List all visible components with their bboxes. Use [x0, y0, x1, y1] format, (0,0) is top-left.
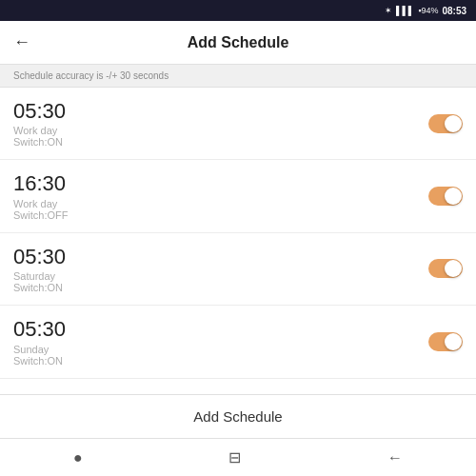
schedule-time-0: 05:30	[13, 99, 428, 124]
schedule-item[interactable]: 05:30 Sunday Switch:ON	[0, 306, 476, 378]
recent-nav-icon[interactable]: ⊟	[228, 448, 241, 466]
schedule-day-2: Saturday	[13, 270, 428, 282]
schedule-info-0: 05:30 Work day Switch:ON	[13, 99, 428, 148]
status-bar: ✶ ▌▌▌ ▪94% 08:53	[0, 0, 476, 21]
schedule-item[interactable]: 07:58 Sunday Switch:OFF	[0, 379, 476, 394]
bluetooth-icon: ✶	[385, 6, 392, 15]
schedule-item[interactable]: 05:30 Saturday Switch:ON	[0, 233, 476, 306]
add-schedule-button[interactable]: Add Schedule	[0, 394, 476, 438]
phone-container: ✶ ▌▌▌ ▪94% 08:53 ← Add Schedule Schedule…	[0, 0, 476, 476]
schedule-time-1: 16:30	[13, 171, 428, 196]
page-title: Add Schedule	[42, 34, 434, 51]
schedule-info-3: 05:30 Sunday Switch:ON	[13, 317, 428, 366]
toggle-knob-2	[445, 260, 462, 277]
bottom-nav: ● ⊟ ←	[0, 438, 476, 476]
top-bar: ← Add Schedule	[0, 21, 476, 65]
schedule-item[interactable]: 05:30 Work day Switch:ON	[0, 88, 476, 160]
schedule-day-1: Work day	[13, 198, 428, 209]
schedule-switch-label-0: Switch:ON	[13, 136, 428, 148]
toggle-knob-0	[445, 115, 462, 132]
status-time: 08:53	[442, 6, 466, 16]
battery-icon: ▪94%	[418, 6, 438, 15]
toggle-1[interactable]	[428, 187, 463, 206]
schedule-day-0: Work day	[13, 125, 428, 136]
schedule-item[interactable]: 16:30 Work day Switch:OFF	[0, 160, 476, 232]
toggle-3[interactable]	[428, 332, 463, 351]
home-nav-icon[interactable]: ●	[73, 449, 83, 466]
toggle-2[interactable]	[428, 259, 463, 278]
back-nav-icon[interactable]: ←	[387, 449, 403, 466]
toggle-knob-1	[445, 188, 462, 205]
back-button[interactable]: ←	[13, 32, 30, 52]
schedule-time-3: 05:30	[13, 317, 428, 342]
schedule-switch-label-2: Switch:ON	[13, 282, 428, 293]
schedule-day-3: Sunday	[13, 344, 428, 355]
signal-icon: ▌▌▌	[396, 6, 414, 15]
accuracy-notice: Schedule accuracy is -/+ 30 seconds	[0, 65, 476, 88]
schedule-switch-label-1: Switch:OFF	[13, 209, 428, 221]
toggle-knob-3	[445, 333, 462, 350]
schedule-list: 05:30 Work day Switch:ON 16:30 Work day …	[0, 88, 476, 394]
schedule-switch-label-3: Switch:ON	[13, 355, 428, 367]
toggle-0[interactable]	[428, 114, 463, 133]
schedule-time-2: 05:30	[13, 245, 428, 269]
schedule-info-1: 16:30 Work day Switch:OFF	[13, 171, 428, 220]
schedule-info-2: 05:30 Saturday Switch:ON	[13, 245, 428, 293]
